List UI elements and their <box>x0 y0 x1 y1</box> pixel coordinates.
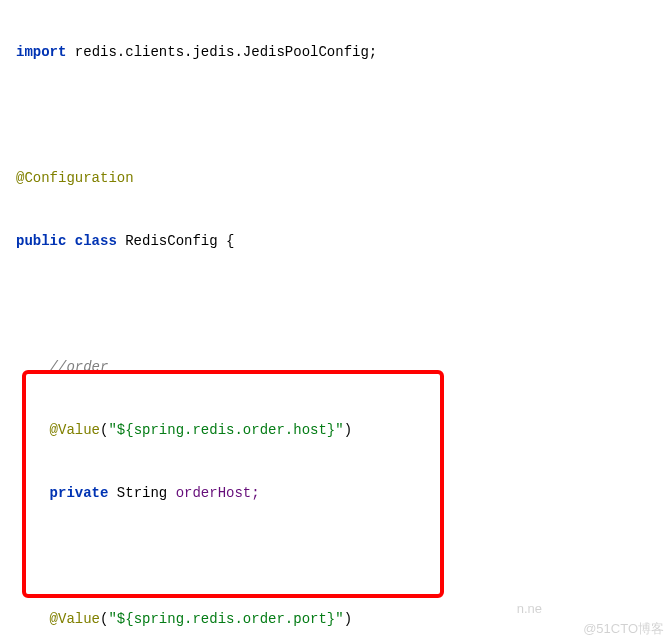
import-path: redis.clients.jedis.JedisPoolConfig; <box>66 44 377 60</box>
class-name: RedisConfig { <box>125 233 234 249</box>
code-line: import redis.clients.jedis.JedisPoolConf… <box>16 42 672 63</box>
code-line: @Value("${spring.redis.order.host}") <box>16 420 672 441</box>
paren-close: ) <box>344 422 352 438</box>
code-line: public class RedisConfig { <box>16 231 672 252</box>
string-order-host: "${spring.redis.order.host}" <box>108 422 343 438</box>
watermark-1: n.ne <box>517 598 542 619</box>
code-line: @Configuration <box>16 168 672 189</box>
var-orderHost: orderHost; <box>176 485 260 501</box>
keyword-public-class: public class <box>16 233 125 249</box>
annotation-configuration: @Configuration <box>16 170 134 186</box>
keyword-private: private <box>50 485 117 501</box>
paren-close: ) <box>344 611 352 627</box>
gutter <box>0 0 10 642</box>
code-editor: import redis.clients.jedis.JedisPoolConf… <box>0 0 672 642</box>
code-area: import redis.clients.jedis.JedisPoolConf… <box>10 0 672 642</box>
code-line: private String orderHost; <box>16 483 672 504</box>
watermark-2: @51CTO博客 <box>583 618 664 639</box>
code-line: //order <box>16 357 672 378</box>
code-line <box>16 546 672 567</box>
type-string: String <box>117 485 176 501</box>
annotation-value: @Value <box>50 422 100 438</box>
code-line: @Value("${spring.redis.order.port}") <box>16 609 672 630</box>
string-order-port: "${spring.redis.order.port}" <box>108 611 343 627</box>
keyword-import: import <box>16 44 66 60</box>
code-line <box>16 294 672 315</box>
comment-order: //order <box>50 359 109 375</box>
annotation-value: @Value <box>50 611 100 627</box>
code-line <box>16 105 672 126</box>
